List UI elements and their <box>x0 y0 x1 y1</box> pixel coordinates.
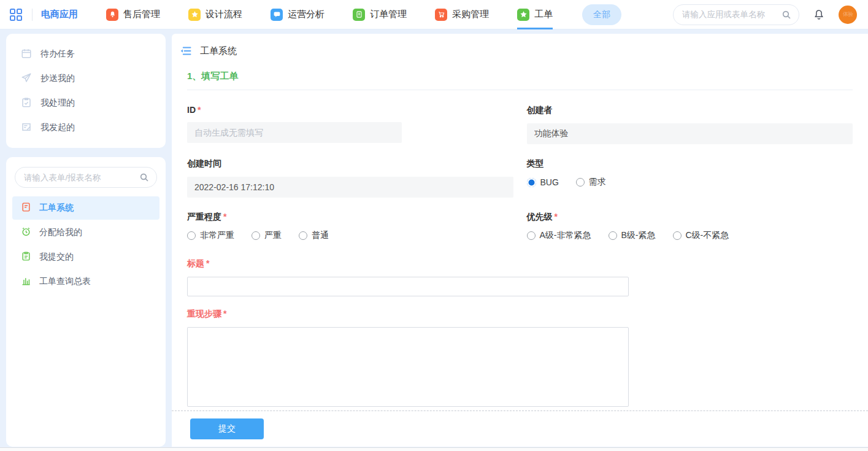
sidebar-item-label: 分配给我的 <box>39 227 82 238</box>
sidebar-item-submitted-by-me[interactable]: 我提交的 <box>12 245 159 269</box>
sidebar-item-assigned-to-me[interactable]: 分配给我的 <box>12 221 159 244</box>
nav-item-label: 售后管理 <box>123 9 160 20</box>
field-title: 标题* <box>187 258 853 296</box>
field-priority: 优先级* A级-非常紧急 B级-紧急 C级-不紧急 <box>527 212 853 241</box>
notification-bell-icon[interactable] <box>813 9 825 21</box>
field-type: 类型 BUG 需求 <box>527 158 853 198</box>
nav-item-label: 工单 <box>534 9 553 20</box>
form-footer: 提交 <box>172 411 868 447</box>
radio-type-requirement[interactable]: 需求 <box>576 177 606 188</box>
topbar: 电商应用 售后管理 设计流程 运营分析 订单管理 <box>0 0 868 29</box>
radio-priority-c[interactable]: C级-不紧急 <box>673 230 729 241</box>
sidebar-item-label: 我提交的 <box>39 252 74 263</box>
chat-icon <box>271 9 283 21</box>
radio-priority-b[interactable]: B级-紧急 <box>609 230 656 241</box>
field-creator-label: 创建者 <box>527 105 853 116</box>
sidebar-item-label: 抄送我的 <box>40 73 75 84</box>
radio-severity-serious[interactable]: 严重 <box>252 230 282 241</box>
divider <box>32 9 33 21</box>
bell-icon <box>106 9 118 21</box>
type-radio-group: BUG 需求 <box>527 177 853 188</box>
nav-item-label: 设计流程 <box>205 9 242 20</box>
radio-icon <box>527 231 536 240</box>
nav-item-procurement[interactable]: 采购管理 <box>435 0 489 29</box>
severity-radio-group: 非常严重 严重 普通 <box>187 230 513 241</box>
sidebar-item-label: 我处理的 <box>40 98 75 109</box>
clock-icon <box>21 226 31 239</box>
id-input[interactable] <box>187 122 402 143</box>
sidebar-item-work-order-summary[interactable]: 工单查询总表 <box>12 270 159 293</box>
search-icon <box>782 10 791 20</box>
field-created-time: 创建时间 <box>187 158 513 198</box>
global-search[interactable] <box>673 4 799 25</box>
form-area: 1、填写工单 ID* 创建者 创建时间 类型 <box>172 57 868 411</box>
nav-item-design-flow[interactable]: 设计流程 <box>188 0 242 29</box>
sidebar-item-work-order-system[interactable]: 工单系统 <box>12 196 159 220</box>
order-doc-icon <box>353 9 365 21</box>
radio-priority-a[interactable]: A级-非常紧急 <box>527 230 591 241</box>
field-repro-steps-label: 重现步骤* <box>187 309 853 320</box>
field-id-label: ID* <box>187 105 513 115</box>
app-title[interactable]: 电商应用 <box>41 9 78 20</box>
page-body: 待办任务 抄送我的 我处理的 我发起的 <box>0 29 868 447</box>
submit-button[interactable]: 提交 <box>190 418 264 439</box>
form-search-input[interactable] <box>24 173 139 182</box>
page-title: 工单系统 <box>200 45 237 57</box>
all-apps-pill-button[interactable]: 全部 <box>582 4 621 25</box>
form-menu-card: 工单系统 分配给我的 我提交的 工单查询总表 <box>6 157 166 447</box>
radio-severity-normal[interactable]: 普通 <box>299 230 329 241</box>
clipboard-check-icon <box>21 97 32 110</box>
radio-icon <box>576 178 585 187</box>
nav-item-operations-analysis[interactable]: 运营分析 <box>271 0 325 29</box>
sidebar-item-todo-tasks[interactable]: 待办任务 <box>6 42 166 66</box>
nav-item-after-sales[interactable]: 售后管理 <box>106 0 160 29</box>
app-launcher-grid-icon[interactable] <box>9 7 23 22</box>
title-input[interactable] <box>187 277 629 296</box>
field-type-label: 类型 <box>527 158 853 169</box>
radio-icon <box>187 231 196 240</box>
bar-chart-icon <box>21 276 31 288</box>
radio-severity-critical[interactable]: 非常严重 <box>187 230 234 241</box>
sidebar: 待办任务 抄送我的 我处理的 我发起的 <box>6 34 166 447</box>
edit-doc-icon <box>21 121 32 134</box>
radio-type-bug[interactable]: BUG <box>527 177 559 187</box>
cart-icon <box>435 9 447 21</box>
sidebar-item-initiated-by-me[interactable]: 我发起的 <box>6 115 166 140</box>
main-panel: 工单系统 1、填写工单 ID* 创建者 创建时间 <box>172 34 868 447</box>
nav-item-work-order[interactable]: 工单 <box>517 0 553 29</box>
creator-input <box>527 123 853 144</box>
form-search[interactable] <box>15 167 157 188</box>
clipboard-icon <box>21 251 31 263</box>
section-title: 1、填写工单 <box>187 71 853 82</box>
field-creator: 创建者 <box>527 105 853 144</box>
created-time-input <box>187 177 513 198</box>
nav-item-label: 订单管理 <box>370 9 407 20</box>
field-severity: 严重程度* 非常严重 严重 普通 <box>187 212 513 241</box>
radio-icon <box>252 231 260 240</box>
radio-icon <box>527 178 536 187</box>
sidebar-item-label: 待办任务 <box>40 48 75 60</box>
field-created-time-label: 创建时间 <box>187 158 513 169</box>
field-severity-label: 严重程度* <box>187 212 513 223</box>
repro-steps-textarea[interactable] <box>187 327 629 407</box>
section-divider <box>187 90 853 90</box>
quick-links-card: 待办任务 抄送我的 我处理的 我发起的 <box>6 34 166 148</box>
sidebar-item-cc-to-me[interactable]: 抄送我的 <box>6 66 166 91</box>
field-title-label: 标题* <box>187 258 853 269</box>
top-nav: 售后管理 设计流程 运营分析 订单管理 采购管理 <box>106 0 581 29</box>
field-repro-steps: 重现步骤* <box>187 309 853 407</box>
horizontal-scrollbar-track[interactable] <box>0 447 868 451</box>
priority-radio-group: A级-非常紧急 B级-紧急 C级-不紧急 <box>527 230 853 241</box>
document-icon <box>21 202 31 214</box>
main-header: 工单系统 <box>172 34 868 57</box>
global-search-input[interactable] <box>682 10 782 19</box>
collapse-sidebar-icon[interactable] <box>180 45 192 57</box>
search-icon <box>139 172 149 182</box>
radio-icon <box>673 231 682 240</box>
nav-item-label: 运营分析 <box>288 9 325 20</box>
field-id: ID* <box>187 105 513 144</box>
sidebar-item-handled-by-me[interactable]: 我处理的 <box>6 91 166 115</box>
user-avatar[interactable]: 体验 <box>839 6 857 24</box>
nav-item-order-management[interactable]: 订单管理 <box>353 0 407 29</box>
radio-icon <box>299 231 307 240</box>
